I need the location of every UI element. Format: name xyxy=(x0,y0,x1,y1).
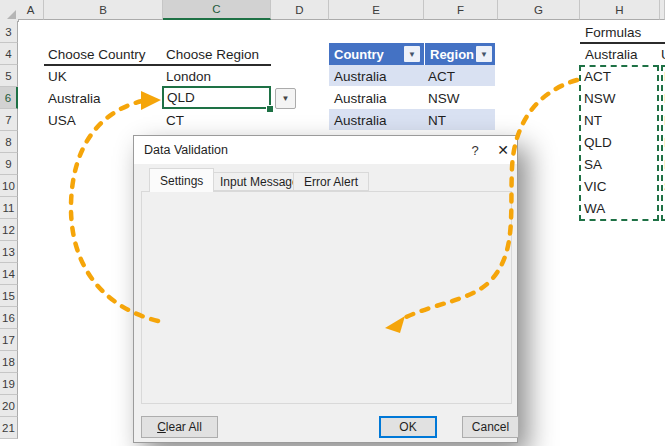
row-header-16[interactable]: 16 xyxy=(0,307,18,329)
header-underline xyxy=(44,64,271,66)
col-header-b[interactable]: B xyxy=(44,0,163,20)
region-list-item[interactable]: NT xyxy=(584,109,602,131)
select-all-corner[interactable] xyxy=(0,0,19,22)
help-icon[interactable]: ? xyxy=(462,136,488,164)
table-cell: Australia xyxy=(334,87,387,109)
row-header-20[interactable]: 20 xyxy=(0,395,18,417)
arrowhead-icon xyxy=(141,91,161,110)
table-cell: NSW xyxy=(428,87,460,109)
cell-c5-london[interactable]: London xyxy=(166,65,211,87)
cell-c7-ct[interactable]: CT xyxy=(166,109,184,131)
col-header-h[interactable]: H xyxy=(580,0,660,20)
row-header-19[interactable]: 19 xyxy=(0,373,18,395)
choose-country-header[interactable]: Choose Country xyxy=(48,43,146,65)
region-list-item[interactable]: SA xyxy=(584,153,602,175)
col-header-f[interactable]: F xyxy=(424,0,498,20)
dropdown-arrow-icon: ▼ xyxy=(282,94,290,103)
row-headers: 3 4 5 6 7 8 9 10 11 12 13 14 15 16 17 18… xyxy=(0,21,18,439)
row-header-4[interactable]: 4 xyxy=(0,43,18,65)
region-list-item[interactable]: QLD xyxy=(584,131,612,153)
cell-i4-fragment[interactable]: UK xyxy=(661,43,665,65)
col-header-g[interactable]: G xyxy=(498,0,580,20)
selected-cell-c6[interactable]: QLD xyxy=(162,86,271,109)
cell-h4-australia[interactable]: Australia xyxy=(585,43,638,65)
cancel-button[interactable]: Cancel xyxy=(462,416,519,438)
row-header-5[interactable]: 5 xyxy=(0,65,18,87)
col-header-d[interactable]: D xyxy=(271,0,329,20)
row-header-14[interactable]: 14 xyxy=(0,263,18,285)
select-all-triangle-icon xyxy=(7,10,16,19)
table-cell: Australia xyxy=(334,109,387,131)
choose-region-header[interactable]: Choose Region xyxy=(166,43,259,65)
region-list-item[interactable]: ACT xyxy=(584,65,611,87)
col-header-a[interactable]: A xyxy=(18,0,44,20)
table-row[interactable]: Australia NSW xyxy=(329,87,495,109)
selected-cell-value: QLD xyxy=(167,90,195,105)
col-header-i[interactable] xyxy=(660,0,665,20)
settings-tab-page xyxy=(141,191,512,404)
in-cell-dropdown-button[interactable]: ▼ xyxy=(275,88,296,109)
row-header-6[interactable]: 6 xyxy=(0,87,18,109)
formulas-title[interactable]: Formulas xyxy=(585,21,641,43)
close-icon[interactable]: ✕ xyxy=(488,136,518,164)
excel-window: A B C D E F G H 3 4 5 6 7 8 9 10 11 12 1… xyxy=(0,0,665,446)
region-list-item[interactable]: WA xyxy=(584,197,605,219)
ok-button[interactable]: OK xyxy=(379,416,437,438)
row-header-10[interactable]: 10 xyxy=(0,175,18,197)
filter-icon[interactable]: ▼ xyxy=(404,46,420,62)
row-header-3[interactable]: 3 xyxy=(0,21,18,43)
table-cell: ACT xyxy=(428,65,455,87)
table-cell: Australia xyxy=(334,65,387,87)
table-cell: NT xyxy=(428,109,446,131)
filter-icon[interactable]: ▼ xyxy=(476,46,492,62)
table-row[interactable]: Australia ACT xyxy=(329,65,495,87)
dialog-title-bar[interactable]: Data Validation xyxy=(134,136,517,164)
row-header-15[interactable]: 15 xyxy=(0,285,18,307)
fill-handle[interactable] xyxy=(266,105,274,113)
row-header-13[interactable]: 13 xyxy=(0,241,18,263)
clear-all-button[interactable]: Clear All xyxy=(141,416,218,438)
col-header-e[interactable]: E xyxy=(329,0,424,20)
row-header-7[interactable]: 7 xyxy=(0,109,18,131)
cell-b5-uk[interactable]: UK xyxy=(48,65,67,87)
row-header-8[interactable]: 8 xyxy=(0,131,18,153)
cell-b7-usa[interactable]: USA xyxy=(48,109,76,131)
table-row[interactable]: Australia NT xyxy=(329,109,495,131)
data-validation-dialog: Data Validation ? ✕ Settings Input Messa… xyxy=(133,135,518,443)
cell-b6-australia[interactable]: Australia xyxy=(48,87,101,109)
row-header-17[interactable]: 17 xyxy=(0,329,18,351)
row-header-12[interactable]: 12 xyxy=(0,219,18,241)
row-header-21[interactable]: 21 xyxy=(0,417,18,439)
tab-error-alert[interactable]: Error Alert xyxy=(293,172,369,191)
row-header-9[interactable]: 9 xyxy=(0,153,18,175)
tab-settings[interactable]: Settings xyxy=(149,168,214,192)
dialog-title: Data Validation xyxy=(144,143,228,157)
row-header-18[interactable]: 18 xyxy=(0,351,18,373)
row-header-11[interactable]: 11 xyxy=(0,197,18,219)
region-list-item[interactable]: NSW xyxy=(584,87,616,109)
col-header-c[interactable]: C xyxy=(163,0,271,20)
region-list-item[interactable]: VIC xyxy=(584,175,607,197)
